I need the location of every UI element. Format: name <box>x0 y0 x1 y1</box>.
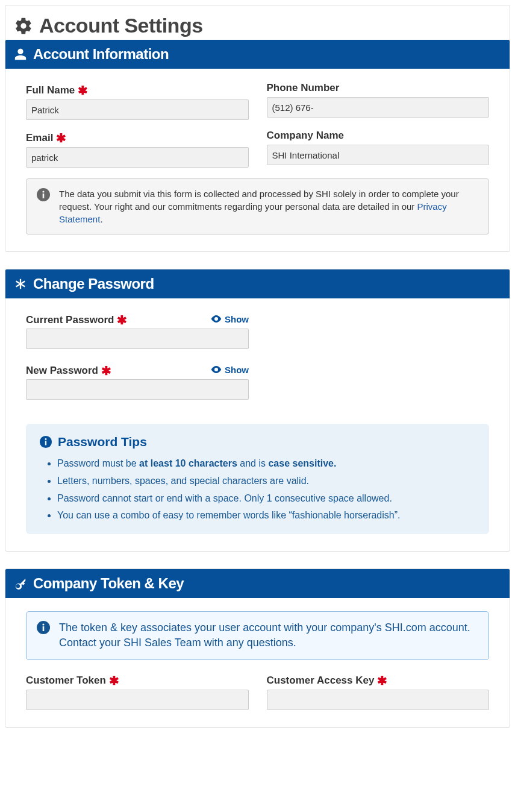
required-asterisk: ✱ <box>56 131 66 145</box>
company-label: Company Name <box>267 130 490 142</box>
phone-input[interactable] <box>267 97 490 118</box>
eye-icon <box>211 365 222 374</box>
tip-item: Letters, numbers, spaces, and special ch… <box>57 473 476 490</box>
page-title-text: Account Settings <box>39 14 203 37</box>
phone-field: Phone Number <box>267 82 490 120</box>
account-info-header-text: Account Information <box>33 46 169 63</box>
gear-icon <box>14 16 33 36</box>
page-title: Account Settings <box>14 14 501 37</box>
info-icon <box>39 435 52 448</box>
required-asterisk: ✱ <box>109 674 119 687</box>
full-name-field: Full Name ✱ <box>26 82 249 120</box>
customer-token-input[interactable] <box>26 690 249 710</box>
customer-token-field: Customer Token ✱ <box>26 672 249 710</box>
full-name-input[interactable] <box>26 99 249 120</box>
customer-key-label: Customer Access Key ✱ <box>267 672 490 687</box>
eye-icon <box>211 315 222 323</box>
phone-label: Phone Number <box>267 82 490 94</box>
token-info-text: The token & key associates your user acc… <box>59 620 479 650</box>
svg-point-8 <box>45 438 47 440</box>
svg-rect-10 <box>43 626 45 631</box>
token-info-box: The token & key associates your user acc… <box>26 611 489 659</box>
svg-rect-1 <box>43 194 45 198</box>
new-password-label: New Password ✱ <box>26 362 111 377</box>
tip-item: Password must be at least 10 characters … <box>57 455 476 473</box>
user-icon <box>14 48 27 61</box>
password-tips-list: Password must be at least 10 characters … <box>39 455 476 524</box>
svg-point-2 <box>42 190 44 192</box>
info-icon <box>36 620 51 635</box>
required-asterisk: ✱ <box>78 84 88 97</box>
email-field: Email ✱ <box>26 130 249 168</box>
current-password-label: Current Password ✱ <box>26 312 127 326</box>
password-tips-box: Password Tips Password must be at least … <box>26 424 489 534</box>
new-password-field: New Password ✱ Show <box>26 362 249 400</box>
svg-rect-7 <box>45 441 46 445</box>
privacy-text: The data you submit via this form is col… <box>59 187 479 225</box>
company-token-card: Company Token & Key The token & key asso… <box>5 568 510 727</box>
customer-key-input[interactable] <box>267 690 490 710</box>
current-password-input[interactable] <box>26 329 249 349</box>
new-password-input[interactable] <box>26 379 249 400</box>
asterisk-icon <box>14 277 27 291</box>
required-asterisk: ✱ <box>117 313 127 327</box>
privacy-info-box: The data you submit via this form is col… <box>26 178 489 234</box>
show-current-password-button[interactable]: Show <box>211 314 249 324</box>
change-password-card: Change Password Current Password ✱ Show … <box>5 269 510 552</box>
customer-token-label: Customer Token ✱ <box>26 672 249 687</box>
account-form-grid: Full Name ✱ Phone Number Email ✱ Company… <box>14 82 501 168</box>
required-asterisk: ✱ <box>377 674 387 687</box>
token-form-grid: Customer Token ✱ Customer Access Key ✱ <box>14 672 501 710</box>
key-icon <box>14 577 27 590</box>
change-password-header: Change Password <box>5 269 510 298</box>
company-token-header-text: Company Token & Key <box>33 575 184 592</box>
tip-item: Password cannot start or end with a spac… <box>57 490 476 508</box>
account-info-header: Account Information <box>5 40 510 69</box>
company-input[interactable] <box>267 145 490 165</box>
company-field: Company Name <box>267 130 490 168</box>
password-tips-header: Password Tips <box>39 435 476 449</box>
email-label: Email ✱ <box>26 130 249 144</box>
show-new-password-button[interactable]: Show <box>211 365 249 375</box>
company-token-header: Company Token & Key <box>5 569 510 598</box>
current-password-field: Current Password ✱ Show <box>26 312 249 349</box>
required-asterisk: ✱ <box>101 364 111 377</box>
tip-item: You can use a combo of easy to remember … <box>57 507 476 524</box>
account-settings-card: Account Settings Account Information Ful… <box>5 5 510 252</box>
change-password-header-text: Change Password <box>33 275 154 292</box>
customer-key-field: Customer Access Key ✱ <box>267 672 490 710</box>
info-icon <box>36 187 51 202</box>
email-input[interactable] <box>26 147 249 168</box>
svg-point-11 <box>42 624 44 626</box>
full-name-label: Full Name ✱ <box>26 82 249 96</box>
